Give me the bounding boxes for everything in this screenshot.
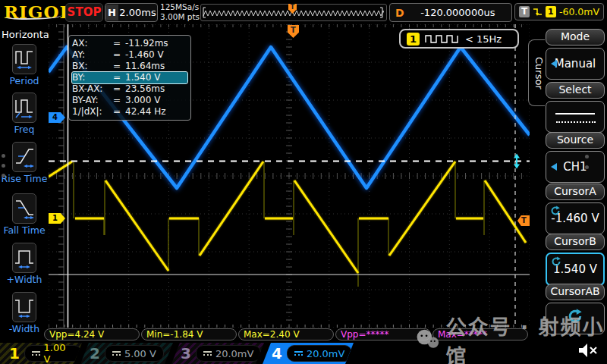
left-arrow-icon <box>551 163 557 171</box>
measurement-slot-3[interactable]: Max=2.40 V <box>238 328 334 340</box>
channel-scale: 20.0mV <box>215 348 254 359</box>
softkey-source[interactable]: SourceCH1 <box>546 132 605 183</box>
softkey-value-box[interactable]: 1.540 V <box>546 253 605 286</box>
softkey-value-box[interactable]: -1.460 V <box>546 202 605 234</box>
softkey-mode[interactable]: ModeManual <box>546 29 605 80</box>
counter-reading: < 15Hz <box>465 33 502 45</box>
rotate-knob-icon <box>550 206 561 219</box>
measurement-slot-2[interactable]: Min=-1.84 V <box>141 328 237 340</box>
softkey-title: CursorB <box>546 234 605 250</box>
measure-menu-title: Horizontal <box>2 29 52 40</box>
trigger-source-badge: 1 <box>546 6 556 17</box>
softkey-title: Source <box>546 132 605 149</box>
delay-value: -120.000000us <box>404 7 511 18</box>
acquisition-info: 125MSa/s 3.00M pts <box>160 2 200 22</box>
channel-number: 4 <box>272 344 282 362</box>
cursor-menu-tab[interactable]: Cursor <box>528 39 545 106</box>
softkey-cursora[interactable]: CursorA-1.460 V <box>546 184 605 234</box>
sample-rate: 125MSa/s <box>160 2 200 12</box>
softkey-value: Manual <box>555 57 596 71</box>
cursor-a-line-icon <box>555 113 595 115</box>
channel-1-status[interactable]: 11.00 V <box>0 343 82 364</box>
menu-item-fall-time[interactable]: Fall Time <box>0 193 49 236</box>
cursor-b-line-icon <box>556 121 596 123</box>
left-arrow-icon <box>551 60 557 67</box>
cursor-readout-row: 1/|dX|:=42.44 Hz <box>72 106 187 118</box>
softkey-title: CursorAB <box>546 284 605 300</box>
dc-coupling-icon <box>112 351 121 356</box>
menu-item-label: Freq <box>0 124 49 135</box>
dc-coupling-icon <box>294 351 303 356</box>
run-state-badge: STOP <box>65 3 103 22</box>
softkey-title: Mode <box>546 29 605 46</box>
softkey-title: Select <box>546 82 605 99</box>
neg-width-icon <box>12 292 36 322</box>
fall-time-icon <box>12 193 36 224</box>
channel-3-status[interactable]: 320.0mV <box>171 343 264 364</box>
falling-edge-icon <box>533 7 542 17</box>
page-dot <box>2 154 5 158</box>
softkey-select[interactable]: Select <box>546 82 605 133</box>
channel-number: 1 <box>9 344 20 362</box>
menu-item-label: +Width <box>0 274 49 285</box>
sound-muted-icon <box>577 341 599 362</box>
menu-item-period[interactable]: Period <box>0 44 49 86</box>
trigger-level-value: -60.0mV <box>559 6 599 17</box>
channel-scale-box: 20.0mV <box>287 345 353 362</box>
cursor-readout-row: BX:=11.64ms <box>72 61 187 72</box>
trigger-label: T <box>519 6 530 17</box>
channel-4-status[interactable]: 420.0mV <box>263 343 354 364</box>
channel-scale-box: 1.00 V <box>24 345 82 362</box>
menu-item-freq[interactable]: Freq <box>0 93 49 135</box>
channel-number: 2 <box>90 344 100 362</box>
cursor-readout-row: AX:=-11.92ms <box>72 38 187 49</box>
memory-depth: 3.00M pts <box>160 12 200 22</box>
oscilloscope-screen: RIGOL STOP H 2.00ms 125MSa/s 3.00M pts T… <box>0 0 607 364</box>
timebase-box[interactable]: H 2.00ms <box>105 3 158 22</box>
top-status-bar: RIGOL STOP H 2.00ms 125MSa/s 3.00M pts T… <box>0 0 607 25</box>
softkey-value-box[interactable]: CH1 <box>546 151 605 183</box>
softkey-value: CH1 <box>563 160 587 174</box>
menu-item-label: Fall Time <box>0 224 49 236</box>
channel-2-status[interactable]: 25.00 V <box>80 343 173 364</box>
channel-scale-box: 20.0mV <box>196 345 262 362</box>
delay-icon: D <box>395 7 404 19</box>
menu-item-rise-time[interactable]: Rise Time <box>0 142 49 184</box>
cursor-readout-row: BX-AX:=23.56ms <box>72 83 187 95</box>
horizontal-badge: H <box>105 5 118 20</box>
pos-width-icon <box>12 243 36 273</box>
trigger-status-box: T 1 -60.0mV <box>514 3 604 20</box>
counter-source-badge: 1 <box>407 33 420 46</box>
page-dot <box>585 155 589 158</box>
dc-coupling-icon <box>203 351 212 356</box>
dc-coupling-icon <box>32 351 40 356</box>
menu-item-label: Rise Time <box>0 173 49 184</box>
page-dot <box>2 174 5 177</box>
page-dot <box>2 164 5 168</box>
menu-item-label: Period <box>0 75 49 86</box>
menu-item--width[interactable]: +Width <box>0 243 49 285</box>
freq-icon <box>12 93 36 123</box>
cursor-readout-box: AX:=-11.92msAY:=-1.460 VBX:=11.64msBY:=1… <box>68 35 191 121</box>
timebase-value: 2.00ms <box>118 7 157 18</box>
channel-scale: 20.0mV <box>307 348 345 359</box>
brand-logo: RIGOL <box>4 2 73 22</box>
measure-menu: Horizontal PeriodFreqRise TimeFall Time+… <box>0 24 49 343</box>
cursor-menu-panel: Cursor ModeManualSelectSourceCH1CursorA-… <box>530 24 607 343</box>
waveform-display: AX:=-11.92msAY:=-1.460 VBX:=11.64msBY:=1… <box>49 24 530 328</box>
channel-scale-box: 5.00 V <box>105 345 164 362</box>
wechat-icon <box>414 326 442 355</box>
page-dot <box>585 165 589 169</box>
frequency-counter-badge: 1 < 15Hz <box>399 29 519 49</box>
waveform-memory-bar: T <box>200 4 387 21</box>
rise-time-icon <box>12 142 36 172</box>
rotate-knob-icon <box>551 256 561 270</box>
period-icon <box>12 44 36 74</box>
softkey-value-box[interactable] <box>546 101 605 133</box>
channel-number: 3 <box>181 344 191 362</box>
softkey-cursorb[interactable]: CursorB1.540 V <box>546 234 605 286</box>
softkey-value-box[interactable]: Manual <box>546 48 605 80</box>
cursor-readout-row: AY:=-1.460 V <box>72 49 187 61</box>
measurement-slot-1[interactable]: Vpp=4.24 V <box>44 328 140 340</box>
cursor-readout-row: BY:=1.540 V <box>72 72 187 83</box>
